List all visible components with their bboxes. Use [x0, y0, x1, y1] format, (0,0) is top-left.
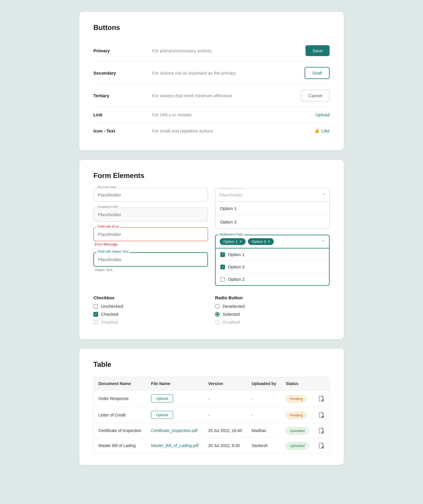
- checkbox-checked-item: Checked: [93, 312, 208, 317]
- cell-uploaded-by-1: -: [247, 390, 281, 407]
- table-title: Table: [93, 360, 330, 369]
- cell-action-1: [313, 390, 329, 407]
- error-field-input[interactable]: [93, 227, 208, 241]
- checkbox-disabled-label: Disabled: [101, 320, 118, 325]
- form-section-wrapper: Normal Field Disabled Field Field with E…: [93, 188, 330, 327]
- radio-deselected-item: Deselected: [215, 304, 330, 309]
- checkbox-unchecked-item: Unchecked: [93, 304, 208, 309]
- file-action-icon-1[interactable]: [318, 395, 325, 402]
- button-label-secondary: Secondary: [93, 70, 152, 75]
- normal-field-input[interactable]: [93, 188, 208, 202]
- draft-button[interactable]: Draft: [305, 67, 330, 79]
- multiselect-field[interactable]: Multiselect Field Option 1 ✕ Option 3: [215, 235, 330, 248]
- checkbox-radio-grid: Checkbox Unchecked Checked Disabled: [93, 295, 330, 327]
- error-field-wrapper: Field with Error Error Message: [93, 227, 208, 246]
- dropdown-field[interactable]: Dropdown Field Placeholder ⌃: [215, 188, 330, 202]
- radio-deselected[interactable]: [215, 304, 220, 309]
- multiselect-checkbox-3-checked[interactable]: [220, 265, 225, 269]
- button-desc-link: For URLs or modals: [152, 112, 315, 117]
- tag-option1[interactable]: Option 1 ✕: [220, 238, 246, 245]
- checkbox-unchecked[interactable]: [93, 304, 98, 309]
- page-wrapper: Buttons Primary For primary/necessary ac…: [79, 12, 344, 465]
- status-badge-uploaded-4: Uploaded: [286, 442, 308, 449]
- chevron-up-icon: ⌃: [322, 193, 325, 197]
- table-card: Table Document Name File Name Version Up…: [79, 349, 344, 465]
- multiselect-option-1[interactable]: Option 1: [216, 248, 329, 261]
- multiselect-chevron-up-icon: ⌃: [322, 240, 325, 244]
- helper-field-input[interactable]: [93, 252, 208, 267]
- form-elements-title: Form Elements: [93, 172, 330, 180]
- dropdown-option-2[interactable]: Option 2: [215, 215, 329, 229]
- cell-status-4: Uploaded: [281, 438, 313, 453]
- form-left: Normal Field Disabled Field Field with E…: [93, 188, 208, 286]
- cell-action-4: [313, 438, 329, 453]
- radio-disabled-label: Disabled: [223, 320, 240, 325]
- dropdown-selected[interactable]: Placeholder ⌃: [215, 188, 329, 201]
- multiselect-option-3[interactable]: Option 3: [216, 261, 329, 273]
- radio-disabled-item: Disabled: [215, 320, 330, 325]
- multiselect-option-2[interactable]: Option 2: [216, 273, 329, 285]
- file-link-4[interactable]: Master_Bill_of_Lading.pdf: [151, 443, 199, 448]
- tag-option3-close-icon[interactable]: ✕: [268, 240, 270, 243]
- radio-section: Radio Button Deselected Selected Disable…: [215, 295, 330, 327]
- cell-status-2: Pending: [281, 407, 313, 423]
- cell-doc-name-2: Letter of Credit: [94, 407, 146, 423]
- multiselect-checkbox-2-unchecked[interactable]: [220, 277, 225, 282]
- button-row-secondary: Secondary For actions not as important a…: [93, 62, 330, 85]
- button-label-icon-text: Icon - Text: [93, 128, 152, 133]
- file-action-icon-2[interactable]: [318, 412, 325, 418]
- cell-doc-name-3: Certificate of Inspection: [94, 423, 146, 438]
- cell-action-3: [313, 423, 329, 438]
- multiselect-wrapper: Multiselect Field Option 1 ✕ Option 3: [215, 235, 330, 286]
- upload-button-1[interactable]: Upload: [151, 394, 173, 402]
- button-label-tertiary: Tertiary: [93, 93, 152, 98]
- tag-option3-label: Option 3: [251, 239, 266, 244]
- multiselect-tags: Option 1 ✕ Option 3 ✕: [220, 238, 274, 245]
- table-row: Certificate of Inspection Certificate_In…: [94, 423, 329, 438]
- upload-link-button[interactable]: Upload: [315, 112, 330, 117]
- radio-section-title: Radio Button: [215, 295, 330, 300]
- helper-text: Helper Text: [93, 268, 208, 272]
- multiselect-selected[interactable]: Option 1 ✕ Option 3 ✕ ⌃: [216, 235, 329, 248]
- disabled-field-wrapper: Disabled Field: [93, 208, 208, 221]
- radio-selected-label: Selected: [223, 312, 240, 317]
- tag-option3[interactable]: Option 3 ✕: [248, 238, 274, 245]
- dropdown-option-1[interactable]: Option 1: [215, 202, 329, 215]
- checkbox-section-title: Checkbox: [93, 295, 208, 300]
- cell-version-4: 20 Jul 2022, 9:30: [204, 438, 247, 453]
- cell-uploaded-by-2: -: [247, 407, 281, 423]
- disabled-field-label: Disabled Field: [96, 205, 119, 209]
- col-status: Status: [281, 377, 313, 390]
- like-button[interactable]: 👍 Like: [314, 128, 330, 133]
- tag-option1-label: Option 1: [223, 239, 238, 244]
- upload-button-2[interactable]: Upload: [151, 411, 173, 419]
- multiselect-checkbox-1-checked[interactable]: [220, 252, 225, 257]
- radio-deselected-label: Deselected: [223, 304, 245, 309]
- cell-file-name-4: Master_Bill_of_Lading.pdf: [146, 438, 204, 453]
- disabled-field-input: [93, 208, 208, 221]
- cancel-button[interactable]: Cancel: [301, 90, 330, 101]
- file-link-3[interactable]: Certificate_Inspection.pdf: [151, 428, 197, 433]
- dropdown-wrapper: Dropdown Field Placeholder ⌃ Option 1 Op…: [215, 188, 330, 229]
- file-action-icon-3[interactable]: [318, 427, 325, 434]
- button-row-primary: Primary For primary/necessary actions. S…: [93, 40, 330, 62]
- button-desc-primary: For primary/necessary actions.: [152, 48, 306, 53]
- button-desc-secondary: For actions not as important as the prim…: [152, 70, 305, 75]
- checkbox-disabled: [93, 320, 98, 325]
- file-action-icon-4[interactable]: [318, 442, 325, 449]
- form-elements-card: Form Elements Normal Field Disabled Fiel…: [79, 160, 344, 339]
- cell-doc-name-4: Master Bill of Lading: [94, 438, 146, 453]
- cell-doc-name-1: Order Response: [94, 390, 146, 407]
- status-badge-pending-2: Pending: [286, 412, 306, 419]
- table-row: Letter of Credit Upload - - Pending: [94, 407, 329, 423]
- status-badge-pending-1: Pending: [286, 395, 306, 402]
- cell-file-name-2: Upload: [146, 407, 204, 423]
- tag-option1-close-icon[interactable]: ✕: [239, 240, 242, 243]
- save-button[interactable]: Save: [306, 45, 330, 56]
- checkbox-unchecked-label: Unchecked: [101, 304, 123, 309]
- button-row-tertiary: Tertiary For actions that need minimum a…: [93, 85, 330, 107]
- buttons-title: Buttons: [93, 23, 330, 32]
- document-table: Document Name File Name Version Uploaded…: [94, 377, 329, 453]
- checkbox-checked[interactable]: [93, 312, 98, 317]
- radio-selected[interactable]: [215, 312, 220, 317]
